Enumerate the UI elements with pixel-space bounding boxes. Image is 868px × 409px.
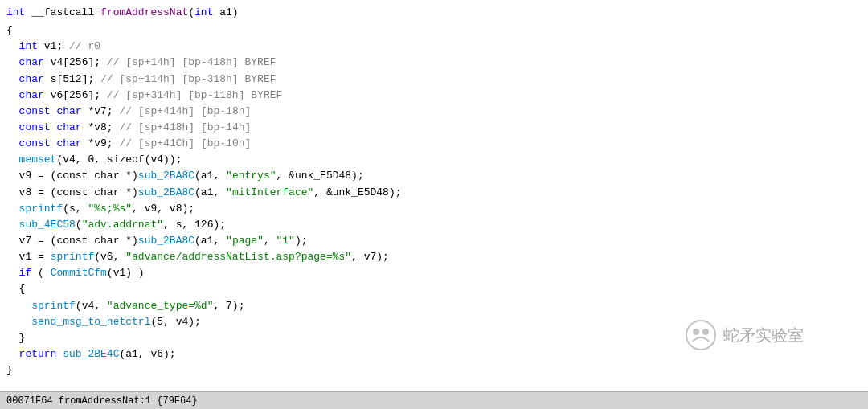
code-line: sprintf(v4, "advance_type=%d", 7); (0, 298, 868, 314)
svg-point-0 (686, 321, 715, 350)
calling-conv: __fastcall (25, 5, 100, 21)
code-line: if ( CommitCfm(v1) ) (0, 265, 868, 281)
code-line: const char *v8; // [sp+418h] [bp-14h] (0, 120, 868, 136)
code-line: } (0, 362, 868, 378)
watermark-text: 蛇矛实验室 (723, 325, 804, 346)
code-line: char s[512]; // [sp+114h] [bp-318h] BYRE… (0, 72, 868, 88)
code-line: char v4[256]; // [sp+14h] [bp-418h] BYRE… (0, 55, 868, 71)
code-line: { (0, 281, 868, 297)
code-line: memset(v4, 0, sizeof(v4)); (0, 152, 868, 168)
svg-point-1 (693, 329, 699, 335)
function-header: int __fastcall fromAddressNat ( int a1) (0, 3, 868, 22)
watermark: 蛇矛实验室 (685, 319, 804, 351)
code-line: v1 = sprintf(v6, "advance/addressNatList… (0, 249, 868, 265)
param-name: a1) (213, 5, 238, 21)
code-line: { (0, 22, 868, 39)
code-line: v9 = (const char *)sub_2BA8C(a1, "entrys… (0, 168, 868, 184)
svg-point-2 (702, 329, 709, 335)
return-type: int (6, 5, 25, 21)
code-line: const char *v9; // [sp+41Ch] [bp-10h] (0, 136, 868, 152)
status-bar: 00071F64 fromAddressNat:1 {79F64} (0, 391, 868, 409)
code-line: v8 = (const char *)sub_2BA8C(a1, "mitInt… (0, 185, 868, 201)
status-text: 00071F64 fromAddressNat:1 {79F64} (6, 395, 198, 407)
code-line: const char *v7; // [sp+414h] [bp-18h] (0, 104, 868, 120)
watermark-logo (685, 319, 717, 351)
func-args: ( (188, 5, 194, 21)
code-line: char v6[256]; // [sp+314h] [bp-118h] BYR… (0, 88, 868, 104)
param-type: int (194, 5, 213, 21)
code-line: sprintf(s, "%s;%s", v9, v8); (0, 201, 868, 217)
code-editor: int __fastcall fromAddressNat ( int a1) … (0, 0, 868, 391)
code-line: sub_4EC58("adv.addrnat", s, 126); (0, 217, 868, 233)
code-line: v7 = (const char *)sub_2BA8C(a1, "page",… (0, 233, 868, 249)
function-name: fromAddressNat (100, 5, 188, 21)
code-line: int v1; // r0 (0, 39, 868, 55)
